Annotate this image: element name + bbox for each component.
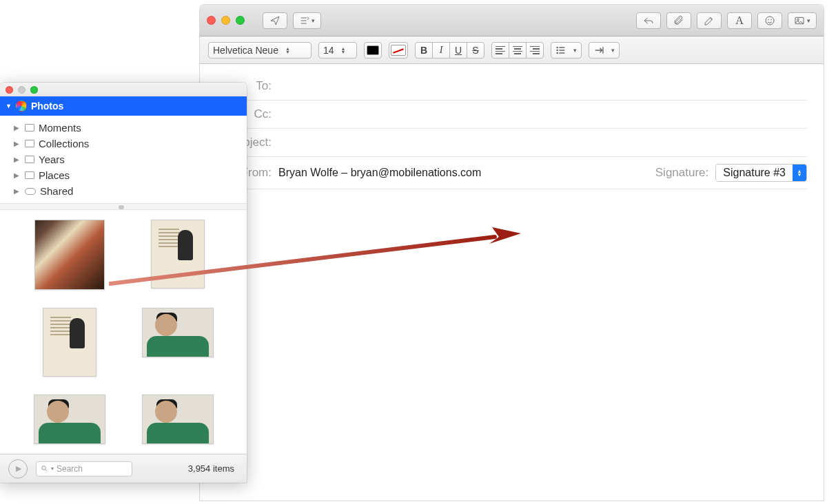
disclosure-triangle-icon: ▶ — [14, 124, 21, 132]
search-placeholder: Search — [57, 464, 83, 474]
photo-thumbnail[interactable] — [142, 395, 214, 444]
panel-minimize-button — [18, 86, 25, 94]
svg-point-7 — [557, 52, 558, 53]
photo-browser-panel: ▼ Photos ▶ Moments ▶ Collections ▶ Years… — [0, 83, 247, 483]
markup-button[interactable] — [697, 12, 722, 29]
close-window-button[interactable] — [207, 16, 216, 25]
markup-pen-icon — [704, 15, 715, 26]
italic-button[interactable]: I — [432, 42, 450, 59]
play-icon: ▶ — [16, 464, 21, 473]
photo-thumbnail[interactable] — [34, 395, 105, 444]
show-format-bar-button[interactable]: A — [727, 12, 752, 29]
from-value[interactable]: Bryan Wolfe – bryan@mobilenations.com — [278, 167, 481, 179]
font-size-value: 14 — [323, 45, 334, 56]
tree-item-years[interactable]: ▶ Years — [14, 151, 247, 167]
bold-button[interactable]: B — [415, 42, 433, 59]
disclosure-triangle-icon: ▶ — [14, 156, 21, 163]
signature-value: Signature #3 — [716, 165, 793, 181]
minimize-window-button[interactable] — [221, 16, 230, 25]
signature-label: Signature: — [655, 166, 709, 180]
indent-button[interactable]: ▾ — [589, 42, 620, 59]
svg-point-8 — [42, 466, 46, 470]
zoom-window-button[interactable] — [236, 16, 245, 25]
tree-item-label: Years — [39, 154, 65, 165]
paperclip-icon — [673, 15, 684, 26]
disclosure-triangle-icon: ▶ — [14, 140, 21, 147]
search-icon — [41, 465, 48, 472]
tree-item-collections[interactable]: ▶ Collections — [14, 136, 247, 151]
thumbnail-grid — [0, 210, 247, 454]
select-arrows-icon: ▲▼ — [793, 165, 806, 181]
source-tree: ▶ Moments ▶ Collections ▶ Years ▶ Places… — [0, 116, 247, 203]
item-count-label: 3,954 items — [188, 463, 238, 474]
disclosure-triangle-icon: ▼ — [6, 103, 12, 109]
list-dropdown-icon — [299, 15, 310, 26]
svg-point-5 — [557, 47, 558, 48]
format-letter-icon: A — [735, 14, 744, 27]
font-family-select[interactable]: Helvetica Neue ▲▼ — [208, 42, 312, 59]
mail-compose-window: ▾ A ▾ Helvetica — [200, 5, 824, 501]
header-fields-button[interactable]: ▾ — [293, 12, 321, 29]
photos-app-icon — [16, 101, 27, 112]
svg-point-2 — [771, 19, 772, 20]
text-color-swatch — [367, 45, 379, 55]
panel-footer: ▶ ▾ Search 3,954 items — [0, 454, 247, 483]
tree-scrollbar[interactable] — [0, 203, 247, 210]
subject-row[interactable]: Subject: — [216, 129, 807, 157]
photo-thumbnail[interactable] — [142, 308, 214, 357]
no-background-swatch-icon — [391, 45, 406, 56]
tree-item-label: Collections — [39, 138, 89, 149]
font-family-value: Helvetica Neue — [213, 45, 278, 56]
disclosure-triangle-icon: ▶ — [14, 171, 21, 179]
svg-point-4 — [797, 19, 799, 21]
tree-item-places[interactable]: ▶ Places — [14, 167, 247, 183]
smiley-icon — [764, 15, 775, 26]
tree-item-label: Moments — [39, 122, 81, 134]
align-center-icon — [513, 45, 522, 56]
svg-point-1 — [768, 19, 769, 20]
panel-titlebar — [0, 83, 247, 96]
bullet-list-icon — [555, 45, 566, 56]
cc-row[interactable]: Cc: — [216, 101, 807, 129]
send-button[interactable] — [263, 12, 287, 29]
align-right-button[interactable] — [526, 42, 544, 59]
source-label: Photos — [31, 101, 63, 112]
mail-toolbar: ▾ A ▾ — [200, 5, 824, 36]
panel-close-button[interactable] — [6, 86, 13, 94]
emoji-button[interactable] — [757, 12, 782, 29]
underline-button[interactable]: U — [449, 42, 467, 59]
font-size-select[interactable]: 14 ▲▼ — [318, 42, 357, 59]
reply-arrow-icon — [643, 15, 654, 26]
stepper-icon: ▲▼ — [341, 47, 346, 54]
panel-zoom-button[interactable] — [30, 86, 38, 94]
tree-item-label: Places — [39, 169, 70, 181]
search-input[interactable]: ▾ Search — [36, 461, 132, 476]
align-right-icon — [530, 45, 540, 56]
text-color-button[interactable] — [364, 42, 382, 59]
to-row[interactable]: To: — [216, 72, 807, 101]
attach-button[interactable] — [666, 12, 691, 29]
list-style-button[interactable]: ▾ — [551, 42, 582, 59]
from-row: From: Bryan Wolfe – bryan@mobilenations.… — [216, 157, 807, 189]
reply-button[interactable] — [636, 12, 661, 29]
compose-headers: To: Cc: Subject: From: Bryan Wolfe – bry… — [200, 64, 824, 189]
svg-point-0 — [766, 17, 774, 25]
align-left-button[interactable] — [491, 42, 509, 59]
photo-thumbnail[interactable] — [43, 308, 96, 377]
align-left-icon — [496, 45, 505, 56]
photo-browser-button[interactable]: ▾ — [788, 12, 817, 29]
source-row-photos[interactable]: ▼ Photos — [0, 96, 247, 116]
folder-icon — [25, 171, 34, 179]
format-bar: Helvetica Neue ▲▼ 14 ▲▼ B I U S ▾ — [200, 36, 824, 64]
indent-right-icon — [593, 45, 604, 56]
photo-thumbnail[interactable] — [34, 220, 105, 290]
photo-thumbnail[interactable] — [151, 220, 205, 288]
background-color-button[interactable] — [389, 42, 408, 59]
strikethrough-button[interactable]: S — [467, 42, 484, 59]
tree-item-moments[interactable]: ▶ Moments — [14, 120, 247, 136]
paper-plane-icon — [269, 15, 280, 26]
signature-select[interactable]: Signature #3 ▲▼ — [715, 164, 807, 182]
folder-icon — [25, 140, 34, 147]
slideshow-play-button[interactable]: ▶ — [8, 459, 28, 479]
align-center-button[interactable] — [509, 42, 527, 59]
